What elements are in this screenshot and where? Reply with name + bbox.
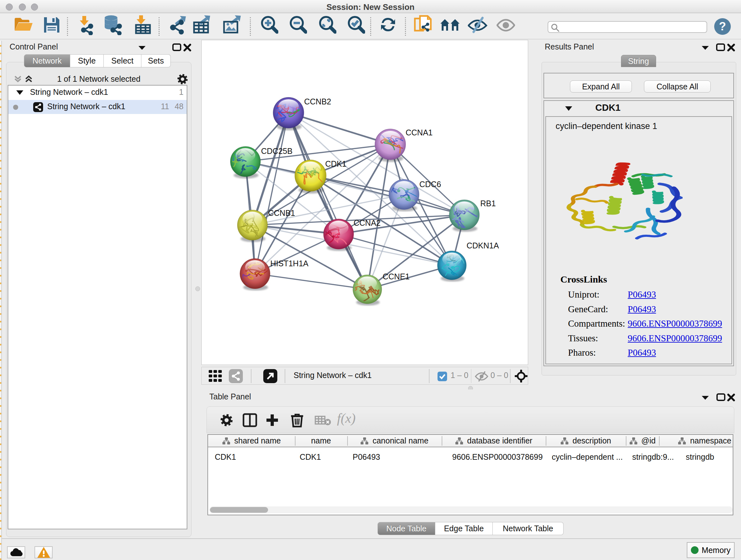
svg-text:?: ? [719, 20, 726, 33]
svg-text:CDC6: CDC6 [419, 180, 441, 189]
svg-text:CCNB2: CCNB2 [304, 97, 331, 106]
svg-text:CDC25B: CDC25B [261, 146, 293, 155]
svg-text:CCNA1: CCNA1 [406, 128, 433, 137]
svg-text:CCNA2: CCNA2 [354, 219, 381, 227]
svg-text:RB1: RB1 [480, 199, 496, 208]
svg-text:HIST1H1A: HIST1H1A [270, 259, 309, 268]
svg-text:CDK1: CDK1 [325, 159, 347, 168]
svg-text:CCNE1: CCNE1 [383, 272, 410, 281]
svg-text:CCNB1: CCNB1 [268, 208, 295, 217]
svg-text:CDKN1A: CDKN1A [467, 241, 499, 250]
